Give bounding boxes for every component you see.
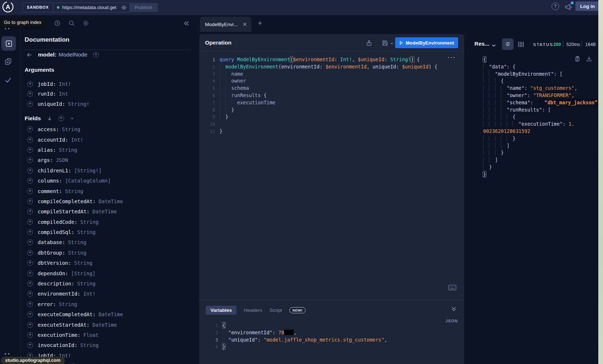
doc-field-row[interactable]: +invocationId:String <box>20 340 197 350</box>
add-to-operation-icon[interactable]: + <box>27 332 33 338</box>
variables-code-line[interactable]: 4} <box>199 343 464 351</box>
add-to-operation-icon[interactable]: + <box>27 301 33 307</box>
doc-field-row[interactable]: +compiledCode:String <box>20 217 197 227</box>
add-to-operation-icon[interactable]: + <box>27 342 33 348</box>
new-tab-button[interactable]: + <box>256 20 264 27</box>
add-to-operation-icon[interactable]: + <box>27 250 33 256</box>
add-to-operation-icon[interactable]: + <box>27 126 33 132</box>
operation-code-line[interactable]: 5 schema <box>199 85 464 92</box>
add-to-operation-icon[interactable]: + <box>27 260 33 266</box>
endpoint-url-input[interactable]: https://metadata.cloud.get <box>62 5 120 10</box>
operation-code-line[interactable]: 7 executionTime <box>199 99 464 106</box>
add-to-operation-icon[interactable]: + <box>27 229 33 235</box>
doc-field-row[interactable]: +compiledSql:String <box>20 227 197 237</box>
publish-button[interactable]: Publish <box>129 3 158 12</box>
sidebar-more-icon[interactable] <box>5 353 6 355</box>
add-type-button[interactable]: + <box>93 52 99 58</box>
doc-field-row[interactable]: +database:String <box>20 237 197 247</box>
sort-fields-icon[interactable] <box>47 116 53 121</box>
keyboard-shortcuts-icon[interactable] <box>448 285 456 290</box>
add-to-operation-icon[interactable]: + <box>27 198 33 204</box>
add-all-fields-button[interactable]: + <box>58 116 64 121</box>
close-tab-icon[interactable] <box>243 22 247 26</box>
add-to-operation-icon[interactable]: + <box>27 168 33 173</box>
doc-field-row[interactable]: +description:String <box>20 279 197 289</box>
add-to-operation-icon[interactable]: + <box>27 188 33 194</box>
add-to-operation-icon[interactable]: + <box>27 209 33 214</box>
add-to-operation-icon[interactable]: + <box>27 101 33 107</box>
tab-headers[interactable]: Headers <box>244 307 262 313</box>
chevron-down-icon[interactable] <box>70 116 74 121</box>
add-to-operation-icon[interactable]: + <box>27 281 33 286</box>
operation-code-line[interactable]: 11} <box>199 128 464 135</box>
sidebar-more-icon[interactable] <box>8 353 9 355</box>
doc-field-row[interactable]: +columns:[CatalogColumn] <box>20 176 197 186</box>
save-operation-icon[interactable] <box>382 40 388 46</box>
sidebar-item-schema-docs[interactable] <box>4 58 12 65</box>
doc-field-row[interactable]: +childrenL1:[String!] <box>20 166 197 176</box>
graph-index-icon[interactable] <box>5 28 6 29</box>
operation-code-line[interactable]: 9 } <box>199 113 464 121</box>
doc-argument-row[interactable]: +jobId:Int! <box>20 79 197 89</box>
doc-field-row[interactable]: +executeStartedAt:DateTime <box>20 319 197 330</box>
doc-field-row[interactable]: +executeCompletedAt:DateTime <box>20 309 197 319</box>
variables-code-line[interactable]: 1{ <box>199 322 464 329</box>
add-to-operation-icon[interactable]: + <box>27 178 33 184</box>
announcements-icon[interactable] <box>564 3 572 11</box>
table-view-toggle[interactable] <box>518 41 524 48</box>
share-operation-icon[interactable] <box>366 40 372 46</box>
graph-index-icon[interactable] <box>8 28 9 29</box>
operation-code-line[interactable]: 1query ModelByEnvironment($environmentId… <box>199 56 464 63</box>
collapse-bottom-panel-icon[interactable] <box>451 306 457 312</box>
add-to-operation-icon[interactable]: + <box>27 311 33 317</box>
add-to-operation-icon[interactable]: + <box>27 147 33 153</box>
sandbox-badge[interactable]: SANDBOX <box>23 3 53 12</box>
tab-variables[interactable]: Variables <box>206 306 236 315</box>
pretty-view-toggle[interactable] <box>502 38 514 50</box>
sidebar-item-operations[interactable] <box>1 36 16 51</box>
tab-modelbyenvironment[interactable]: ModelByEnvi... <box>200 17 251 32</box>
help-icon[interactable]: ? <box>552 3 559 10</box>
doc-field-row[interactable]: +environmentId:Int! <box>20 289 197 299</box>
type-name-link[interactable]: ModelNode <box>59 51 87 58</box>
add-to-operation-icon[interactable]: + <box>27 137 33 143</box>
sidebar-item-checks[interactable] <box>4 76 12 84</box>
add-to-operation-icon[interactable]: + <box>27 219 33 225</box>
doc-field-row[interactable]: +comment:String <box>20 186 197 196</box>
tab-script[interactable]: Script <box>269 307 282 313</box>
add-to-operation-icon[interactable]: + <box>27 157 33 163</box>
doc-field-row[interactable]: +args:JSON <box>20 155 197 165</box>
operation-code-line[interactable]: 4 owner <box>199 78 464 85</box>
response-dropdown-chevron-icon[interactable] <box>491 43 497 48</box>
add-to-operation-icon[interactable]: + <box>27 291 33 297</box>
doc-field-row[interactable]: +executionTime:Float <box>20 330 197 340</box>
operation-code-line[interactable]: 2 modelByEnvironment(environmentId: $env… <box>199 63 464 71</box>
doc-field-row[interactable]: +error:String <box>20 299 197 309</box>
response-title[interactable]: Res... <box>474 41 489 47</box>
doc-argument-row[interactable]: +uniqueId:String! <box>20 99 197 109</box>
doc-argument-row[interactable]: +runId:Int <box>20 89 197 99</box>
add-to-operation-icon[interactable]: + <box>27 91 33 97</box>
operation-code-line[interactable]: 6 runResults { <box>199 92 464 99</box>
doc-field-row[interactable]: +alias:String <box>20 145 197 155</box>
variables-code-line[interactable]: 3 "uniqueId": "model.jaffle_shop_metrics… <box>199 336 464 344</box>
operation-code-line[interactable]: 10 <box>199 121 464 128</box>
back-arrow-icon[interactable] <box>26 52 33 58</box>
doc-field-row[interactable]: +dependsOn:[String] <box>20 268 197 278</box>
doc-field-row[interactable]: +compileCompletedAt:DateTime <box>20 196 197 206</box>
add-to-operation-icon[interactable]: + <box>27 322 33 328</box>
doc-field-row[interactable]: +compileStartedAt:DateTime <box>20 206 197 217</box>
add-to-operation-icon[interactable]: + <box>27 81 33 87</box>
login-button[interactable]: Log in <box>575 1 600 11</box>
operation-code-line[interactable]: 3 name <box>199 71 464 78</box>
apollo-logo[interactable]: A <box>2 1 14 13</box>
add-to-operation-icon[interactable]: + <box>27 239 33 245</box>
variables-code-line[interactable]: 2 "environmentId": 78, <box>199 329 464 336</box>
run-operation-button[interactable]: ModelByEnvironment <box>395 37 458 48</box>
add-to-operation-icon[interactable]: + <box>27 271 33 276</box>
endpoint-settings-icon[interactable] <box>121 5 127 11</box>
doc-field-row[interactable]: +dbtVersion:String <box>20 258 197 268</box>
doc-field-row[interactable]: +dbtGroup:String <box>20 248 197 258</box>
doc-field-row[interactable]: +accountId:Int! <box>20 134 197 145</box>
doc-field-row[interactable]: +access:String <box>20 124 197 134</box>
